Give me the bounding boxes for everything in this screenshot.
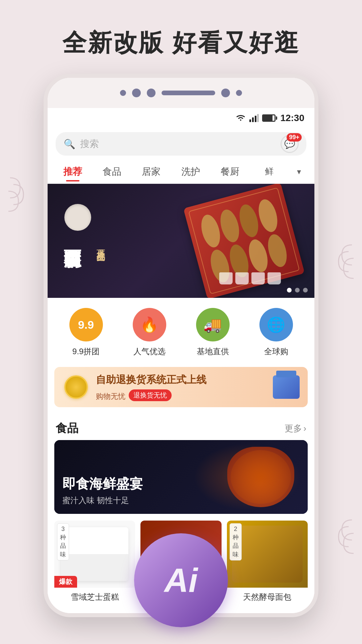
svg-rect-2 <box>255 116 256 122</box>
phone-dot-1 <box>120 90 126 96</box>
badge-circle: 💬 99+ <box>281 135 299 153</box>
cat-item-fresh[interactable]: 鲜 <box>250 163 289 180</box>
deal-icon: 9.9 <box>78 318 94 331</box>
banner-dot-3 <box>303 288 308 292</box>
cat-item-recommend[interactable]: 推荐 <box>53 163 92 181</box>
search-bar[interactable]: 🔍 搜索 💬 99+ <box>56 132 306 156</box>
cat-item-kitchen[interactable]: 餐厨 <box>210 163 249 181</box>
search-placeholder-text: 搜索 <box>80 138 99 150</box>
battery-icon <box>262 114 276 122</box>
ai-text: Ai <box>164 561 198 600</box>
battery-fill <box>263 115 272 121</box>
hero-banner[interactable]: 圆满中秋汇百香 月下佳人 岁岁品优选 <box>48 184 314 298</box>
qa-icon-direct: 🚚 <box>196 308 230 341</box>
badge-count: 99+ <box>287 133 302 142</box>
banner-indicators <box>287 288 308 292</box>
page-title: 全新改版 好看又好逛 <box>0 27 362 59</box>
product-img-1: 3种品味 爆款 <box>54 521 135 588</box>
banner-dot-1 <box>287 288 292 292</box>
status-icons <box>235 114 276 122</box>
phone-top-bar <box>48 78 314 108</box>
qa-label-deal: 9.9拼团 <box>72 346 100 357</box>
phone-dot-4 <box>221 89 230 97</box>
svg-rect-3 <box>257 114 259 122</box>
product-info-3: 天然酵母面包 <box>227 588 308 606</box>
promo-tag: 退换货无忧 <box>129 389 172 401</box>
wifi-icon <box>235 114 246 122</box>
promo-banner[interactable]: 自助退换货系统正式上线 购物无忧 退换货无忧 <box>54 367 308 407</box>
promo-sub-block: 购物无忧 退换货无忧 <box>96 389 206 401</box>
food-banner-subtitle: 蜜汁入味 韧性十足 <box>62 495 143 506</box>
status-bar: 12:30 <box>48 108 314 128</box>
promo-main-text: 自助退换货系统正式上线 <box>96 373 206 387</box>
globe-icon: 🌐 <box>267 316 285 333</box>
product-card-1[interactable]: 3种品味 爆款 雪域芝士蛋糕 <box>54 521 135 606</box>
flavor-badge-1: 3种品味 <box>57 523 69 560</box>
svg-rect-0 <box>249 119 251 122</box>
deco-lines-left <box>7 168 40 235</box>
food-banner-title: 即食海鲜盛宴 <box>62 475 143 493</box>
product-card-3[interactable]: 2种品味 天然酵母面包 <box>227 521 308 606</box>
food-banner-text-block: 即食海鲜盛宴 蜜汁入味 韧性十足 <box>62 475 143 506</box>
qa-icon-global: 🌐 <box>259 308 293 341</box>
qa-group-deal[interactable]: 9.9 9.9拼团 <box>69 308 103 357</box>
truck-icon: 🚚 <box>203 316 222 333</box>
banner-dot-2 <box>295 288 300 292</box>
coin-icon <box>64 375 88 399</box>
fire-icon: 🔥 <box>140 316 159 333</box>
product-name-1: 雪域芝士蛋糕 <box>59 592 130 602</box>
cat-item-home[interactable]: 居家 <box>132 163 171 181</box>
qa-direct[interactable]: 🚚 基地直供 <box>196 308 230 357</box>
search-bar-container: 🔍 搜索 💬 99+ <box>48 128 314 160</box>
food-hero-banner[interactable]: 即食海鲜盛宴 蜜汁入味 韧性十足 <box>54 440 308 514</box>
product-name-3: 天然酵母面包 <box>232 592 303 602</box>
flavor-badge-3: 2种品味 <box>230 523 242 560</box>
phone-speaker <box>162 91 215 95</box>
chevron-down-icon: ▾ <box>297 167 301 176</box>
phone-dot-3 <box>147 89 156 97</box>
promo-text-block: 自助退换货系统正式上线 购物无忧 退换货无忧 <box>96 373 206 401</box>
signal-icon <box>249 114 259 122</box>
search-icon: 🔍 <box>64 139 75 150</box>
cat-item-wash[interactable]: 洗护 <box>171 163 210 181</box>
cat-more-button[interactable]: ▾ <box>289 167 309 176</box>
qa-popular[interactable]: 🔥 人气优选 <box>133 308 166 357</box>
product-img-3: 2种品味 <box>227 521 308 588</box>
tea-cups <box>219 272 281 284</box>
banner-content: 圆满中秋汇百香 月下佳人 岁岁品优选 <box>61 197 109 284</box>
qa-label-global: 全球购 <box>264 346 288 357</box>
qa-icon-deal: 9.9 <box>69 308 103 341</box>
message-badge[interactable]: 💬 99+ <box>280 134 300 154</box>
deco-lines-right2 <box>322 510 355 577</box>
status-time: 12:30 <box>280 113 304 123</box>
ai-bubble[interactable]: Ai <box>134 533 228 627</box>
product-info-1: 雪域芝士蛋糕 <box>54 588 135 606</box>
quick-actions: 9.9 9.9拼团 🔥 人气优选 🚚 基地直供 🌐 全球购 <box>48 298 314 367</box>
chevron-right-icon: › <box>303 423 306 434</box>
qa-global[interactable]: 🌐 全球购 <box>259 308 293 357</box>
svg-rect-1 <box>252 117 254 122</box>
promo-sub-text: 购物无忧 <box>96 391 125 401</box>
phone-dot-5 <box>236 90 242 96</box>
deco-lines-right <box>322 235 355 302</box>
category-nav: 推荐 食品 居家 洗护 餐厨 鲜 ▾ <box>48 160 314 184</box>
cat-item-food[interactable]: 食品 <box>92 163 131 181</box>
food-section-title: 食品 <box>56 421 78 436</box>
product-tag-1: 爆款 <box>54 576 77 588</box>
food-section-header: 食品 更多 › <box>48 414 314 440</box>
phone-dot-2 <box>132 89 141 97</box>
qa-icon-popular: 🔥 <box>133 308 166 341</box>
qa-label-direct: 基地直供 <box>197 346 229 357</box>
food-more-button[interactable]: 更多 › <box>285 423 306 434</box>
box-icon <box>273 375 300 399</box>
qa-label-popular: 人气优选 <box>133 346 166 357</box>
